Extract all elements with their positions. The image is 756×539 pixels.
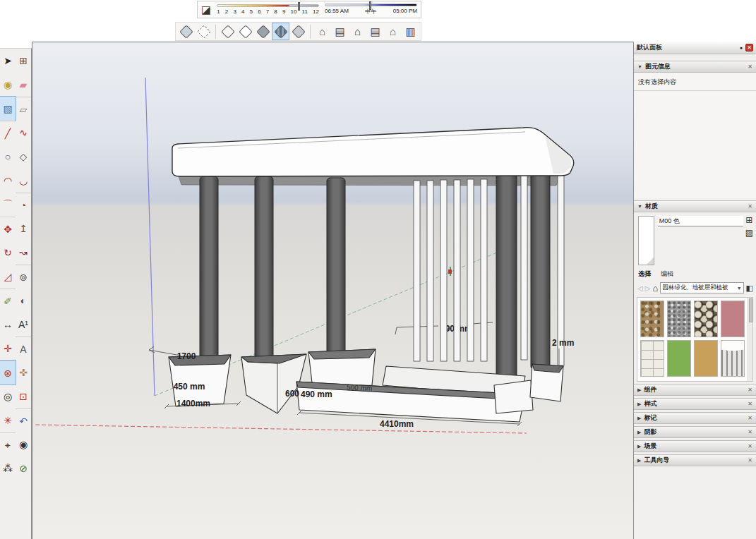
orbit-tool[interactable]: ⊛ [0,361,16,384]
shadow-toggle-icon[interactable]: ◪ [201,4,211,15]
dimension-tool[interactable]: ↔ [0,313,16,337]
front-view-icon[interactable]: ⌂ [349,23,366,40]
rotated-rectangle-tool[interactable]: ▱ [16,97,31,121]
tray-section-close-icon[interactable]: ✕ [748,429,752,435]
polygon-tool[interactable]: ◇ [16,145,31,169]
zoom-window-tool[interactable]: ⊡ [16,384,31,408]
shaded-with-textures-button[interactable] [272,23,289,40]
eraser-tool[interactable]: ▰ [16,73,31,97]
time-slider-handle[interactable] [369,1,371,10]
3d-text-tool[interactable]: A [16,337,31,361]
pin-icon[interactable]: ● [740,45,743,50]
back-view-icon[interactable]: ⌂ [385,23,401,40]
make-component-tool[interactable]: ⊞ [16,49,31,73]
scrollbar-thumb[interactable] [749,298,752,322]
materials-header[interactable]: ▼ 材质 ✕ [634,200,756,212]
left-view-icon[interactable]: ▥ [402,23,419,40]
push-pull-tool[interactable]: ↥ [16,217,31,241]
swatch-scrollbar[interactable] [748,298,752,381]
in-model-home-icon[interactable]: ⌂ [652,283,658,293]
material-cobblestone[interactable] [694,301,718,337]
tray-section-header[interactable]: ▶ 样式 ✕ [634,398,756,410]
expand-arrow-icon[interactable]: ▶ [637,444,641,449]
circle-tool[interactable]: ○ [0,145,16,169]
three-point-arc-tool[interactable]: ⌒ [0,193,16,217]
material-grass-green[interactable] [667,340,691,377]
material-ochre[interactable] [694,340,718,377]
tray-section-header[interactable]: ▶ 场景 ✕ [634,440,756,452]
paint-pane-button[interactable]: ▨ [745,229,753,237]
iso-view-icon[interactable]: ⌂ [314,23,330,40]
hidden-line-button[interactable] [237,23,253,40]
tray-close-button[interactable]: ✕ [745,44,753,52]
date-slider-bar[interactable] [217,4,319,7]
expand-arrow-icon[interactable]: ▶ [637,458,641,464]
date-slider-handle[interactable] [298,2,300,11]
back-collection-icon[interactable]: ◁ [637,284,643,292]
tray-section-header[interactable]: ▶ 阴影 ✕ [634,426,756,438]
move-tool[interactable]: ✥ [0,217,16,241]
forward-collection-icon[interactable]: ▷ [645,284,651,292]
collapse-arrow-icon[interactable]: ▼ [637,64,642,69]
rectangle-tool[interactable]: ▧ [0,97,16,121]
details-icon[interactable]: ◧ [746,284,753,293]
materials-close-icon[interactable]: ✕ [748,203,752,210]
material-paver-white[interactable] [640,340,664,377]
freehand-tool[interactable]: ∿ [16,121,31,145]
materials-tab[interactable]: 选择 [638,270,651,279]
material-name-input[interactable] [658,216,743,226]
section-plane-tool[interactable]: ⊘ [16,456,31,480]
tray-section-close-icon[interactable]: ✕ [748,443,752,449]
expand-arrow-icon[interactable]: ▶ [637,401,641,407]
right-view-icon[interactable]: ▤ [367,23,383,40]
monochrome-button[interactable] [290,23,306,40]
select-tool[interactable]: ➤ [0,49,16,73]
model-viewport[interactable]: 390 mm [32,42,633,539]
wireframe-button[interactable] [220,23,236,40]
create-material-button[interactable]: ⊞ [745,216,752,224]
pie-tool[interactable]: ◔ [16,193,31,217]
shadow-date-slider[interactable]: 123456789101112 [217,2,319,18]
materials-tab[interactable]: 编辑 [661,270,673,279]
collapse-arrow-icon[interactable]: ▼ [637,204,642,209]
tray-section-close-icon[interactable]: ✕ [748,401,752,407]
material-fence[interactable] [721,340,745,377]
axes-tool[interactable]: ✛ [0,337,16,361]
tray-section-close-icon[interactable]: ✕ [748,387,752,393]
arc-tool[interactable]: ◠ [0,169,16,193]
two-point-arc-tool[interactable]: ◡ [16,169,31,193]
tray-section-header[interactable]: ▶ 标记 ✕ [634,412,756,424]
material-gravel-gray[interactable] [667,301,691,337]
back-edges-button[interactable] [196,23,212,40]
tape-measure-tool[interactable]: ✐ [0,289,16,313]
shaded-button[interactable] [255,23,271,40]
tray-section-close-icon[interactable]: ✕ [748,457,752,464]
model-canvas[interactable]: 390 mm [32,42,634,539]
material-rose[interactable] [721,301,745,337]
protractor-tool[interactable]: ◐ [16,289,31,313]
entity-info-header[interactable]: ▼ 图元信息 ✕ [634,61,756,73]
time-slider-bar[interactable] [325,4,417,6]
rotate-tool[interactable]: ↻ [0,241,16,265]
material-gravel-brown[interactable] [640,301,664,337]
tray-section-header[interactable]: ▶ 组件 ✕ [634,384,756,396]
position-camera-tool[interactable]: ⌖ [0,432,16,456]
previous-view-tool[interactable]: ↶ [16,408,31,432]
collection-dropdown[interactable]: 园林绿化、地被层和植被 ▼ [660,282,743,293]
paint-bucket-tool[interactable]: ◉ [0,73,16,97]
walk-tool[interactable]: ⁂ [0,456,16,480]
top-view-icon[interactable]: ▤ [332,23,348,40]
expand-arrow-icon[interactable]: ▶ [637,430,641,435]
look-around-tool[interactable]: ◉ [16,432,31,456]
line-tool[interactable]: ╱ [0,121,16,145]
shadow-time-slider[interactable]: 06:55 AM 中午 05:00 PM [325,2,417,18]
pan-tool[interactable]: ✜ [16,361,31,384]
expand-arrow-icon[interactable]: ▶ [637,387,641,393]
text-tool[interactable]: A¹ [16,313,31,337]
tray-section-header[interactable]: ▶ 工具向导 ✕ [634,454,756,466]
zoom-extents-tool[interactable]: ✳ [0,408,16,432]
xray-icon-button[interactable] [178,23,194,40]
zoom-tool[interactable]: ◎ [0,384,16,408]
scale-tool[interactable]: ◿ [0,265,16,289]
expand-arrow-icon[interactable]: ▶ [637,416,641,421]
